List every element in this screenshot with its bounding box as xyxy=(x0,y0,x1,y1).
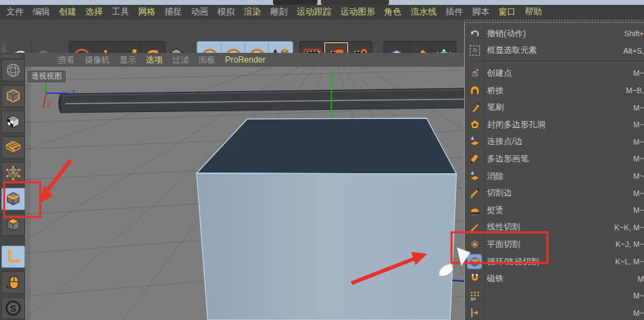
menu-item-iron[interactable]: 熨烫M~ xyxy=(465,202,644,219)
viewport-menu-item-6[interactable]: ProRender xyxy=(225,55,265,65)
sidebar-tool-make-editable[interactable] xyxy=(1,59,25,81)
viewport-view-label[interactable]: 透视视图 xyxy=(26,70,67,83)
viewport-menubar: 查看摄像机显示选项过滤面板ProRender xyxy=(25,53,497,67)
grid-icon xyxy=(5,139,22,156)
menu-item-shortcut: M~ xyxy=(633,154,644,163)
menu-item-set-point-value[interactable]: x=M~ xyxy=(465,287,644,305)
menu-item-brush[interactable]: 笔刷M~ xyxy=(465,99,644,116)
create-point-icon xyxy=(469,67,481,79)
menubar-item-2[interactable]: 创建 xyxy=(59,6,76,18)
menu-item-magnet[interactable]: 磁铁M xyxy=(465,270,644,287)
window-tab-shape xyxy=(273,0,317,5)
line-cut-icon xyxy=(469,221,481,233)
cinema4d-window: 文件编辑创建选择工具网格捕捉动画模拟渲染雕刻运动跟踪运动图形角色流水线插件脚本窗… xyxy=(0,0,644,320)
menu-item-label: 循环/路径切割 xyxy=(487,256,539,268)
plane-cut-icon xyxy=(468,237,481,251)
close-hole-icon xyxy=(468,118,481,131)
marquee-cube-icon xyxy=(469,45,481,56)
menu-item-shortcut: K~J, M~ xyxy=(616,240,644,248)
viewport-menu-item-2[interactable]: 显示 xyxy=(119,54,136,66)
menu-item-label: 连接点/边 xyxy=(487,136,522,147)
menubar-item-17[interactable]: 窗口 xyxy=(499,6,516,18)
viewport-menu-item-4[interactable]: 过滤 xyxy=(172,54,189,66)
menubar-item-10[interactable]: 雕刻 xyxy=(270,6,288,18)
arrow-plane-icon xyxy=(469,136,481,147)
menu-item-shortcut: K~K, M~ xyxy=(614,223,644,232)
menu-item-cut-edge[interactable]: 切割边M~ xyxy=(465,184,644,202)
sidebar-tool-texture-mode[interactable] xyxy=(1,111,25,133)
magnet-icon xyxy=(468,272,481,286)
menubar-item-11[interactable]: 运动跟踪 xyxy=(297,6,331,18)
menu-item-dissolve[interactable]: 消除M~ xyxy=(465,168,644,185)
menubar-item-12[interactable]: 运动图形 xyxy=(340,6,375,18)
bridge-icon xyxy=(468,83,481,97)
menu-item-create-point[interactable]: 创建点M~ xyxy=(465,65,644,82)
menu-item-shortcut: M~ xyxy=(633,104,644,112)
menu-item-slide[interactable]: M~ xyxy=(465,305,644,320)
menubar-item-5[interactable]: 网格 xyxy=(138,6,156,18)
sidebar-tool-workplane-mode[interactable] xyxy=(1,136,25,159)
brush-icon xyxy=(468,101,481,115)
menu-item-shortcut: M~ xyxy=(633,309,644,317)
menu-item-weld-points-edges[interactable]: 连接点/边M~ xyxy=(465,134,644,151)
menu-item-shortcut: M~ xyxy=(633,189,644,198)
menubar-item-0[interactable]: 文件 xyxy=(6,6,24,18)
menubar-item-4[interactable]: 工具 xyxy=(112,6,129,18)
arrow-plane-icon xyxy=(468,135,481,149)
menubar-item-13[interactable]: 角色 xyxy=(384,6,402,18)
menu-item-label: 熨烫 xyxy=(487,205,504,216)
menu-item-shortcut: M~ xyxy=(633,206,644,214)
menu-item-close-polygon-hole[interactable]: 封闭多边形孔洞M~ xyxy=(465,116,644,134)
menubar-item-1[interactable]: 编辑 xyxy=(33,6,50,18)
menu-item-polygon-pen[interactable]: 多边形画笔M~ xyxy=(465,150,644,168)
viewport-menu-item-3[interactable]: 选项 xyxy=(146,54,163,66)
menu-item-loop-path-cut[interactable]: 循环/路径切割K~L, M~ xyxy=(465,253,644,271)
sidebar-tool-enable-axis[interactable] xyxy=(1,246,25,268)
cube-object[interactable] xyxy=(197,118,456,320)
menubar-item-6[interactable]: 捕捉 xyxy=(165,6,182,18)
menu-item-label: 框显选取元素 xyxy=(487,45,537,56)
arrow-plane-icon xyxy=(468,169,481,183)
cut-edge-icon xyxy=(469,187,481,199)
sidebar-tool-polygon-mode[interactable] xyxy=(1,214,25,236)
magnet-icon xyxy=(469,273,481,285)
menu-item-plane-cut[interactable]: 平面切割K~J, M~ xyxy=(465,236,644,253)
sidebar-tool-snap-settings[interactable]: S xyxy=(1,297,25,319)
marquee-cube-icon xyxy=(468,44,481,58)
create-point-icon xyxy=(468,66,481,80)
main-menubar: 文件编辑创建选择工具网格捕捉动画模拟渲染雕刻运动跟踪运动图形角色流水线插件脚本窗… xyxy=(0,5,644,19)
menubar-item-16[interactable]: 脚本 xyxy=(472,6,490,18)
menubar-item-15[interactable]: 插件 xyxy=(446,6,463,18)
menu-item-select-frame-elements[interactable]: 框显选取元素Alt+S, xyxy=(465,42,644,60)
poly-pen-icon xyxy=(469,153,481,165)
mode-sidebar: S xyxy=(0,53,25,320)
viewport-menu-item-1[interactable]: 摄像机 xyxy=(85,54,110,66)
menubar-item-18[interactable]: 帮助 xyxy=(525,6,543,18)
menu-item-line-cut[interactable]: 线性切割K~K, M~ xyxy=(465,219,644,237)
menubar-item-3[interactable]: 选择 xyxy=(85,6,103,18)
menu-item-undo-action[interactable]: 撤销(动作)Shift+ xyxy=(465,25,644,42)
menu-item-label: 桥接 xyxy=(487,85,504,97)
viewport[interactable]: Z X 透视视图 xyxy=(25,67,464,320)
menubar-item-7[interactable]: 动画 xyxy=(191,6,208,18)
menu-item-shortcut: M~ xyxy=(633,69,644,77)
menubar-item-14[interactable]: 流水线 xyxy=(411,6,437,18)
svg-text:x=: x= xyxy=(470,296,476,301)
menu-item-label: 磁铁 xyxy=(487,273,504,285)
sidebar-tool-points-mode[interactable] xyxy=(1,162,25,184)
menu-item-shortcut: M~ xyxy=(633,120,644,129)
menu-item-bridge[interactable]: 桥接M~B, xyxy=(465,82,644,99)
sidebar-tool-model-mode[interactable] xyxy=(1,85,25,107)
sidebar-tool-mouse-input[interactable] xyxy=(1,271,25,294)
menu-item-shortcut: M xyxy=(638,275,644,283)
sidebar-drag-handle[interactable] xyxy=(1,54,22,58)
viewport-canvas[interactable]: Z X xyxy=(25,67,464,320)
cube-points-icon xyxy=(5,165,22,182)
menubar-item-8[interactable]: 模拟 xyxy=(217,6,235,18)
sidebar-tool-edge-mode[interactable] xyxy=(1,188,25,210)
viewport-menu-item-5[interactable]: 面板 xyxy=(199,54,215,66)
viewport-menu-handle[interactable] xyxy=(57,56,62,64)
menu-item-shortcut: M~ xyxy=(633,291,644,300)
loop-cut-icon xyxy=(468,255,481,269)
menubar-item-9[interactable]: 渲染 xyxy=(244,6,261,18)
